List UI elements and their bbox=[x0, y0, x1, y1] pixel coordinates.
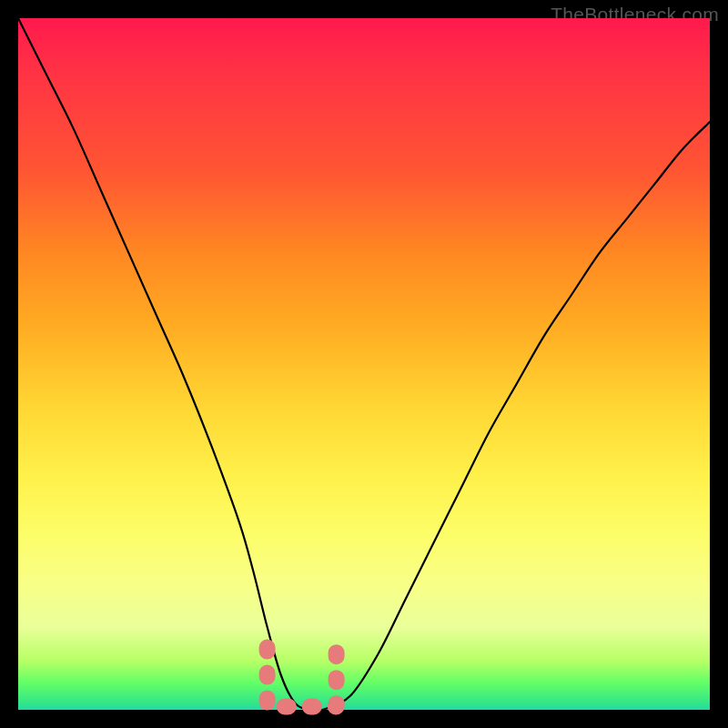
minimum-bracket bbox=[268, 648, 337, 707]
chart-frame: TheBottleneck.com bbox=[0, 0, 728, 728]
curve-layer bbox=[18, 18, 710, 710]
plot-area bbox=[18, 18, 710, 710]
bottleneck-curve-line bbox=[18, 18, 710, 711]
